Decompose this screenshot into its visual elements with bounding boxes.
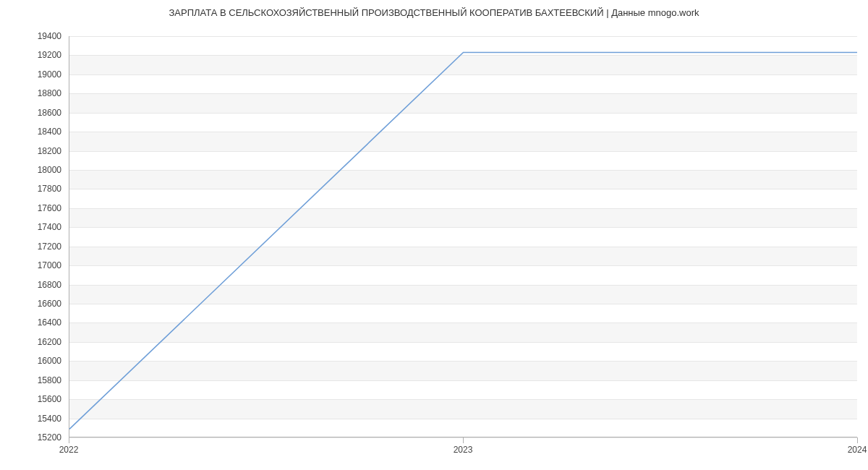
y-tick-label: 15600 — [4, 394, 61, 404]
y-tick-label: 16000 — [4, 356, 61, 366]
x-tick-label: 2022 — [59, 445, 79, 455]
y-tick-label: 17400 — [4, 222, 61, 232]
x-tick-mark — [857, 437, 858, 443]
y-tick-label: 18800 — [4, 88, 61, 98]
y-tick-label: 19400 — [4, 31, 61, 41]
y-tick-label: 17000 — [4, 260, 61, 270]
y-tick-label: 18400 — [4, 127, 61, 137]
x-tick-mark — [463, 437, 464, 443]
x-axis-ticks: 202220232024 — [69, 437, 857, 459]
y-tick-label: 17200 — [4, 242, 61, 252]
y-tick-label: 18000 — [4, 165, 61, 175]
chart-title: ЗАРПЛАТА В СЕЛЬСКОХОЗЯЙСТВЕННЫЙ ПРОИЗВОД… — [0, 7, 868, 18]
y-tick-label: 15200 — [4, 432, 61, 443]
y-tick-label: 16800 — [4, 280, 61, 290]
y-tick-label: 16600 — [4, 299, 61, 309]
y-tick-label: 18200 — [4, 146, 61, 156]
series-layer — [69, 36, 857, 437]
series-line — [69, 52, 857, 429]
x-tick-label: 2024 — [848, 445, 867, 455]
y-tick-label: 15400 — [4, 414, 61, 424]
y-tick-label: 18600 — [4, 108, 61, 118]
y-tick-label: 17600 — [4, 203, 61, 213]
y-tick-label: 19200 — [4, 50, 61, 60]
x-tick-mark — [69, 437, 69, 443]
salary-line-chart: ЗАРПЛАТА В СЕЛЬСКОХОЗЯЙСТВЕННЫЙ ПРОИЗВОД… — [0, 0, 868, 470]
y-tick-label: 16400 — [4, 317, 61, 328]
y-tick-label: 16200 — [4, 337, 61, 347]
y-tick-label: 19000 — [4, 69, 61, 80]
y-tick-label: 15800 — [4, 375, 61, 385]
x-tick-label: 2023 — [454, 445, 473, 455]
plot-area — [69, 36, 857, 437]
y-tick-label: 17800 — [4, 184, 61, 194]
